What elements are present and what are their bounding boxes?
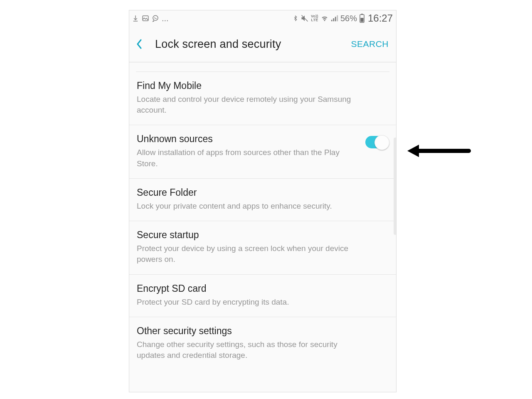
download-icon — [132, 15, 139, 22]
item-subtitle: Protect your SD card by encrypting its d… — [137, 297, 357, 308]
battery-icon — [359, 14, 365, 23]
scrollbar[interactable] — [394, 138, 396, 235]
list-item-secure-folder[interactable]: Secure Folder Lock your private content … — [129, 179, 396, 221]
mute-icon — [300, 14, 309, 22]
svg-rect-4 — [335, 17, 336, 21]
back-button[interactable] — [136, 39, 149, 49]
battery-percent: 56% — [340, 14, 357, 23]
wifi-icon — [320, 14, 329, 22]
item-subtitle: Locate and control your device remotely … — [137, 94, 357, 116]
annotation-arrow-icon — [406, 140, 473, 163]
svg-rect-2 — [331, 20, 332, 22]
page-title: Lock screen and security — [155, 38, 351, 51]
item-subtitle: Lock your private content and apps to en… — [137, 201, 357, 212]
list-item-secure-startup[interactable]: Secure startup Protect your device by us… — [129, 221, 396, 274]
image-icon — [142, 15, 149, 22]
whatsapp-icon — [152, 15, 159, 22]
item-title: Unknown sources — [137, 133, 358, 145]
svg-rect-7 — [361, 14, 363, 15]
toggle-knob — [374, 135, 389, 150]
item-title: Other security settings — [137, 325, 389, 337]
search-button[interactable]: SEARCH — [351, 39, 389, 49]
status-ellipsis: ... — [162, 14, 169, 23]
volte-icon: Vo))LTE — [311, 15, 318, 22]
status-bar: ... Vo))LTE — [129, 10, 396, 26]
list-item-find-my-mobile[interactable]: Find My Mobile Locate and control your d… — [129, 72, 396, 125]
status-left: ... — [132, 14, 169, 23]
signal-icon — [331, 15, 338, 22]
unknown-sources-toggle[interactable] — [365, 136, 389, 148]
item-title: Find My Mobile — [137, 80, 389, 91]
svg-rect-3 — [333, 18, 334, 21]
phone-frame: ... Vo))LTE — [129, 10, 397, 392]
item-subtitle: Protect your device by using a screen lo… — [137, 243, 357, 265]
list-item-encrypt-sd-card[interactable]: Encrypt SD card Protect your SD card by … — [129, 275, 396, 317]
item-title: Encrypt SD card — [137, 283, 389, 294]
list-item-other-security[interactable]: Other security settings Change other sec… — [129, 317, 396, 370]
spacer — [136, 62, 389, 72]
bluetooth-icon — [293, 14, 298, 22]
svg-marker-10 — [407, 145, 419, 157]
list-item-unknown-sources[interactable]: Unknown sources Allow installation of ap… — [129, 125, 396, 178]
svg-point-1 — [153, 15, 158, 20]
svg-rect-5 — [337, 15, 338, 21]
status-time: 16:27 — [368, 12, 393, 24]
header: Lock screen and security SEARCH — [129, 26, 396, 62]
item-subtitle: Change other security settings, such as … — [137, 339, 357, 361]
svg-rect-8 — [360, 18, 363, 22]
item-subtitle: Allow installation of apps from sources … — [137, 147, 357, 169]
item-title: Secure startup — [137, 229, 389, 241]
item-title: Secure Folder — [137, 187, 389, 198]
settings-list: Find My Mobile Locate and control your d… — [129, 62, 396, 370]
status-right: Vo))LTE 56% — [293, 12, 393, 24]
